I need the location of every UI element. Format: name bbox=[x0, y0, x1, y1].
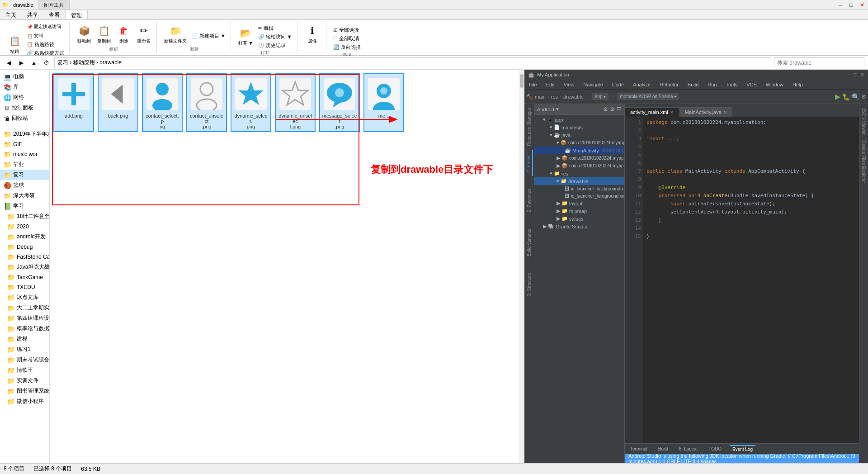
file-item-message-select[interactable]: message_select.png bbox=[319, 73, 360, 132]
sidebar-item-txedu[interactable]: 📁 TXEDU bbox=[0, 282, 49, 292]
paste-button[interactable]: 📋 粘贴 bbox=[5, 33, 24, 56]
properties-button[interactable]: ℹ 属性 bbox=[303, 23, 321, 45]
sidebar-item-java[interactable]: 📁 Java坦克大战 bbox=[0, 262, 49, 272]
tree-manifests[interactable]: ▾ 📄 manifests bbox=[534, 123, 624, 131]
tab-close-main-activity[interactable]: ✕ bbox=[723, 110, 727, 115]
tab-manage[interactable]: 管理 bbox=[65, 10, 88, 19]
menu-edit[interactable]: Edit bbox=[544, 81, 557, 88]
up-button[interactable]: ▲ bbox=[29, 58, 39, 68]
menu-run[interactable]: Run bbox=[706, 81, 718, 88]
recent-button[interactable]: ⏱ bbox=[42, 58, 52, 68]
sidebar-item-18[interactable]: 📁 18计二许意至 bbox=[0, 211, 49, 222]
menu-view[interactable]: View bbox=[562, 81, 576, 88]
menu-refactor[interactable]: Refactor bbox=[658, 81, 680, 88]
menu-file[interactable]: File bbox=[527, 81, 539, 88]
tree-java[interactable]: ▾ ☕ java bbox=[534, 131, 624, 139]
tab-home[interactable]: 主页 bbox=[0, 10, 22, 19]
file-area[interactable]: add.png back.png bbox=[50, 70, 524, 463]
file-item-back[interactable]: back.png bbox=[98, 73, 138, 132]
ide-close-button[interactable]: ✕ bbox=[860, 71, 864, 78]
tab-todo[interactable]: TODO bbox=[706, 446, 724, 452]
android-dropdown-icon[interactable]: ▾ bbox=[556, 106, 559, 112]
menu-navigate[interactable]: Navigate bbox=[581, 81, 604, 88]
tab-close-activity-main[interactable]: ✕ bbox=[670, 110, 674, 115]
menu-build[interactable]: Build bbox=[686, 81, 700, 88]
menu-vcs[interactable]: VCS bbox=[745, 81, 759, 88]
menu-window[interactable]: Window bbox=[764, 81, 785, 88]
tab-favorites[interactable]: 2: Favorites bbox=[526, 185, 533, 216]
new-folder-button[interactable]: 📁 新建文件夹 bbox=[162, 23, 189, 45]
tab-resource-manager[interactable]: Resource Manager bbox=[526, 104, 533, 150]
search-input[interactable] bbox=[774, 57, 864, 68]
sidebar-item-gif[interactable]: 📁 GIF bbox=[0, 139, 49, 149]
file-item-contact-select[interactable]: contact_select.png bbox=[142, 73, 183, 132]
menu-help[interactable]: Help bbox=[791, 81, 805, 88]
ide-minimize-button[interactable]: ─ bbox=[847, 71, 851, 78]
sidebar-item-network[interactable]: 🌐 网络 bbox=[0, 92, 49, 103]
invert-selection-button[interactable]: 🔄反向选择 bbox=[332, 43, 362, 51]
history-button[interactable]: 🕐历史记录 bbox=[257, 42, 293, 49]
forward-button[interactable]: ▶ bbox=[16, 58, 26, 68]
tree-androidtest[interactable]: ▶ 📦 com.c201801020224.myapplication (and… bbox=[534, 154, 624, 162]
ide-device-selector[interactable]: motorola AOSP on Shama ▾ bbox=[617, 93, 679, 100]
tab-json-viewer[interactable]: JSON Viewer bbox=[860, 106, 867, 137]
tree-test[interactable]: ▶ 📦 com.c201801020224.myapplication (tes… bbox=[534, 162, 624, 170]
tree-ic-bg[interactable]: 🖼 ic_launcher_background.xml 2020/7/15 1… bbox=[534, 185, 624, 192]
tree-mainactivity[interactable]: ☕ MainActivity 2020/7/15 11:15, 359 B bbox=[534, 147, 624, 154]
file-item-contact-unselect[interactable]: contact_unselect.png bbox=[186, 73, 227, 132]
sidebar-item-graduate[interactable]: 📁 毕业 bbox=[0, 159, 49, 170]
paste-path-button[interactable]: 📋粘贴路径 bbox=[25, 41, 66, 48]
settings-icon[interactable]: ☰ bbox=[617, 106, 622, 113]
sidebar-item-study[interactable]: 📗 学习 bbox=[0, 201, 49, 211]
copy-button[interactable]: 📋复制 bbox=[25, 32, 66, 40]
sync-icon[interactable]: ⚙ bbox=[603, 106, 608, 113]
sidebar-item-faststone[interactable]: 📁 FastStone Cap bbox=[0, 252, 49, 262]
gear-icon[interactable]: ⚙ bbox=[610, 106, 615, 113]
ide-maximize-button[interactable]: □ bbox=[854, 71, 857, 78]
tab-activity-main[interactable]: activity_main.xml ✕ bbox=[625, 107, 679, 117]
delete-button[interactable]: 🗑 删除 bbox=[115, 23, 133, 45]
rename-button[interactable]: ✏ 重命名 bbox=[135, 23, 153, 45]
tab-image-tools[interactable]: 图片工具 bbox=[38, 0, 70, 9]
address-bar[interactable]: 复习 › 移动应用 › drawable bbox=[54, 57, 771, 68]
tab-event-log[interactable]: Event Log bbox=[730, 445, 755, 453]
run-button[interactable]: ▶ bbox=[835, 92, 840, 101]
ide-search-button[interactable]: 🔍 bbox=[852, 93, 859, 100]
file-item-dynamic-unselect[interactable]: dynamic_unselect.png bbox=[275, 73, 316, 132]
tab-project[interactable]: 1: Project bbox=[525, 150, 533, 176]
sidebar-item-final[interactable]: 📁 期末考试综合复 bbox=[0, 355, 49, 365]
ide-app-selector[interactable]: app ▾ bbox=[592, 93, 609, 100]
sidebar-item-tankgame[interactable]: 📁 TankGame bbox=[0, 272, 49, 282]
sidebar-item-librarymgr[interactable]: 📁 图书管理系统 bbox=[0, 386, 49, 396]
tab-logcat[interactable]: 6: Logcat bbox=[676, 446, 700, 452]
menu-analyze[interactable]: Analyze bbox=[631, 81, 652, 88]
sidebar-item-control[interactable]: 🖥 控制面板 bbox=[0, 103, 49, 113]
tree-gradle[interactable]: ▶ 🐘 Gradle Scripts bbox=[534, 223, 624, 230]
tab-build-variants[interactable]: Build Variants bbox=[526, 225, 533, 260]
sidebar-item-singer[interactable]: 📁 情歌王 bbox=[0, 365, 49, 375]
select-all-button[interactable]: ☑全部选择 bbox=[332, 26, 362, 34]
copy-to-button[interactable]: 📋 复制到 bbox=[95, 23, 113, 45]
sidebar-item-pc[interactable]: 💻 电脑 bbox=[0, 71, 49, 82]
sidebar-item-debug[interactable]: 📁 Debug bbox=[0, 242, 49, 252]
sidebar-item-realfile[interactable]: 📁 实训文件 bbox=[0, 375, 49, 386]
minimize-button[interactable]: ─ bbox=[837, 1, 844, 9]
pin-button[interactable]: 📌固定快速访问 bbox=[25, 23, 66, 31]
tab-share[interactable]: 共享 bbox=[22, 10, 43, 19]
tree-package-main[interactable]: ▾ 📦 com.c201801020224.myapplication bbox=[534, 139, 624, 147]
sidebar-item-bingdian[interactable]: 📁 冰点文库 bbox=[0, 292, 49, 303]
sidebar-item-2020[interactable]: 📁 2020 bbox=[0, 222, 49, 232]
edit-button[interactable]: ✏编辑 bbox=[257, 24, 293, 32]
tree-layout[interactable]: ▶ 📁 layout bbox=[534, 199, 624, 207]
tree-res[interactable]: ▾ 📁 res bbox=[534, 170, 624, 177]
open-button[interactable]: 📂 打开 ▼ bbox=[236, 25, 255, 47]
code-area[interactable]: 123456789101112131415 package com.c20180… bbox=[625, 117, 859, 443]
tab-view[interactable]: 查看 bbox=[43, 10, 65, 19]
easy-access-button[interactable]: 🔗轻松访问 ▼ bbox=[257, 33, 293, 41]
file-item-add[interactable]: add.png bbox=[53, 73, 94, 132]
maximize-button[interactable]: □ bbox=[848, 1, 855, 9]
deselect-all-button[interactable]: ☐全部取消 bbox=[332, 35, 362, 43]
tree-drawable[interactable]: ▾ 📁 drawable bbox=[534, 177, 624, 185]
debug-button[interactable]: 🐛 bbox=[842, 93, 850, 100]
tab-terminal[interactable]: Terminal bbox=[627, 446, 650, 452]
